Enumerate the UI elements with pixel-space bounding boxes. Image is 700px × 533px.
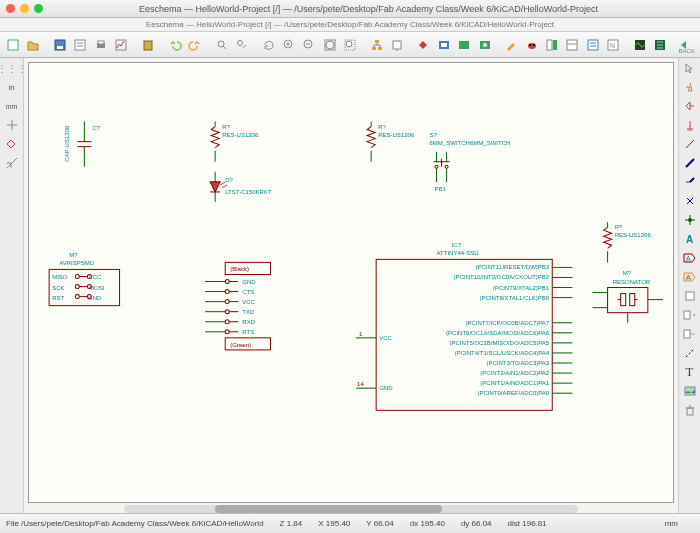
svg-text:R?: R? [378, 124, 386, 130]
new-icon[interactable] [4, 35, 22, 55]
svg-rect-189 [608, 288, 648, 313]
svg-text:(Black): (Black) [230, 266, 249, 272]
hidden-pins-icon[interactable] [2, 135, 22, 153]
component-resistor-2[interactable]: R? RES-US1206 [367, 122, 415, 162]
component-ftdi-header[interactable]: (Black) GND CTS VCC TXD RXD RTS (Green) [205, 262, 270, 350]
component-attiny44[interactable]: IC? ATTINY44-SSU VCC GND 1 14 (PCINT11/R… [356, 242, 572, 410]
bom-icon[interactable] [583, 35, 601, 55]
zoom-out-icon[interactable] [300, 35, 318, 55]
svg-rect-24 [378, 47, 382, 50]
find-replace-icon[interactable] [233, 35, 251, 55]
undo-icon[interactable] [166, 35, 184, 55]
schematic-canvas[interactable]: CAP-US1206 C? R? RES-US1206 D? LTST-C150… [28, 62, 674, 503]
place-sheet-icon[interactable] [680, 287, 700, 305]
sim-icon[interactable] [631, 35, 649, 55]
symbol-editor-icon[interactable] [415, 35, 433, 55]
svg-point-18 [326, 41, 334, 49]
browse-libs-icon[interactable] [435, 35, 453, 55]
cursor-shape-icon[interactable] [2, 116, 22, 134]
svg-rect-25 [393, 41, 401, 49]
paste-icon[interactable] [139, 35, 157, 55]
svg-text:VCC: VCC [242, 299, 255, 305]
place-image-icon[interactable] [680, 382, 700, 400]
navigate-hierarchy-icon[interactable] [368, 35, 386, 55]
delete-tool-icon[interactable] [680, 401, 700, 419]
import-sheet-pin-icon[interactable] [680, 306, 700, 324]
svg-rect-62 [686, 292, 694, 300]
units-mm-button[interactable]: mm [2, 97, 22, 115]
place-global-label-icon[interactable]: A [680, 249, 700, 267]
plot-icon[interactable] [112, 35, 130, 55]
zoom-selection-icon[interactable] [341, 35, 359, 55]
place-hier-label-icon[interactable]: A [680, 268, 700, 286]
annotate-icon[interactable] [502, 35, 520, 55]
svg-text:RESONATOR: RESONATOR [613, 279, 651, 285]
print-icon[interactable] [92, 35, 110, 55]
update-pcb-icon[interactable] [476, 35, 494, 55]
grid-icon[interactable]: ⋮⋮⋮ [2, 59, 22, 77]
svg-text:IC?: IC? [452, 242, 462, 248]
page-settings-icon[interactable] [71, 35, 89, 55]
leave-sheet-icon[interactable] [388, 35, 406, 55]
component-led[interactable]: D? LTST-C150KRKT [210, 172, 272, 202]
place-bus-entry-icon[interactable] [680, 173, 700, 191]
svg-rect-193 [621, 294, 626, 306]
component-resistor-3[interactable]: R? RES-US1206 [604, 222, 652, 262]
svg-text:1: 1 [359, 331, 363, 337]
component-resistor-1[interactable]: R? RES-US1206 [211, 122, 259, 162]
zoom-in-icon[interactable] [280, 35, 298, 55]
component-avrisp[interactable]: M? AVRISPSMD MISO SCK RST VCC MOSI GND [49, 252, 119, 305]
svg-rect-3 [75, 40, 85, 50]
svg-text:R?: R? [615, 224, 623, 230]
zoom-window-button[interactable] [34, 4, 43, 13]
svg-point-33 [533, 44, 535, 46]
place-line-icon[interactable] [680, 344, 700, 362]
svg-text:RES-US1206: RES-US1206 [378, 132, 415, 138]
place-text-icon[interactable]: T [680, 363, 700, 381]
highlight-net-icon[interactable] [680, 78, 700, 96]
svg-text:(PCINT5/OC1B/MISO/DO/ADC5)PA5: (PCINT5/OC1B/MISO/DO/ADC5)PA5 [449, 340, 549, 346]
find-icon[interactable] [213, 35, 231, 55]
place-sheet-pin-icon[interactable] [680, 325, 700, 343]
open-icon[interactable] [24, 35, 42, 55]
svg-rect-35 [553, 40, 557, 50]
select-tool-icon[interactable] [680, 59, 700, 77]
footprint-editor-icon[interactable] [455, 35, 473, 55]
bus-direction-icon[interactable] [2, 154, 22, 172]
svg-rect-23 [372, 47, 376, 50]
component-resonator[interactable]: M? RESONATOR [593, 270, 663, 322]
close-window-button[interactable] [6, 4, 15, 13]
erc-icon[interactable] [523, 35, 541, 55]
svg-text:(PCINT9/XTAL2)PB1: (PCINT9/XTAL2)PB1 [493, 285, 550, 291]
scrollbar-thumb[interactable] [215, 505, 442, 513]
zoom-fit-icon[interactable] [321, 35, 339, 55]
place-noconnect-icon[interactable] [680, 192, 700, 210]
component-capacitor[interactable]: CAP-US1206 C? [64, 122, 100, 167]
netlist-icon[interactable]: N [604, 35, 622, 55]
component-switch[interactable]: S? 6MM_SWITCH6MM_SWITCH PB1 [429, 132, 510, 192]
units-in-button[interactable]: in [2, 78, 22, 96]
pcb-icon[interactable] [651, 35, 669, 55]
svg-text:(PCINT1/AIN0/ADC1)PA1: (PCINT1/AIN0/ADC1)PA1 [480, 380, 550, 386]
place-bus-icon[interactable] [680, 154, 700, 172]
horizontal-scrollbar[interactable] [124, 505, 578, 513]
svg-point-137 [225, 310, 229, 314]
zoom-redraw-icon[interactable] [260, 35, 278, 55]
place-junction-icon[interactable] [680, 211, 700, 229]
place-wire-icon[interactable] [680, 135, 700, 153]
place-power-icon[interactable] [680, 116, 700, 134]
place-symbol-icon[interactable] [680, 97, 700, 115]
svg-point-31 [528, 43, 536, 49]
assign-footprints-icon[interactable] [543, 35, 561, 55]
status-dx: dx 195.40 [410, 519, 445, 528]
back-icon[interactable]: BACK [678, 35, 696, 55]
redo-icon[interactable] [186, 35, 204, 55]
svg-point-12 [238, 40, 243, 45]
window-title: Eeschema — HelloWorld-Project [/] — /Use… [43, 4, 694, 14]
svg-rect-0 [8, 40, 18, 50]
place-net-label-icon[interactable]: A [680, 230, 700, 248]
save-icon[interactable] [51, 35, 69, 55]
minimize-window-button[interactable] [20, 4, 29, 13]
right-toolbar: A A A T [678, 58, 700, 513]
edit-fields-icon[interactable] [563, 35, 581, 55]
